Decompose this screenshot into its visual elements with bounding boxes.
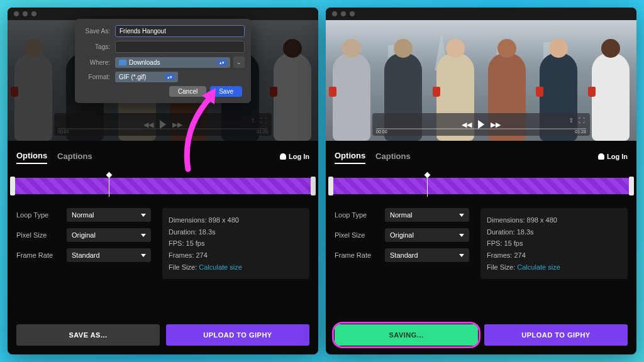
user-icon bbox=[598, 153, 604, 160]
trim-handle-right[interactable] bbox=[629, 177, 634, 195]
save-as-button[interactable]: SAVE AS... bbox=[16, 324, 160, 346]
tabs: Options Captions Log In bbox=[8, 141, 318, 167]
trim-handle-left[interactable] bbox=[328, 177, 333, 195]
tags-label: Tags: bbox=[75, 43, 115, 50]
time-total: 01:28 bbox=[257, 129, 268, 134]
saving-button: SAVING... bbox=[335, 324, 478, 346]
frame-rate-select[interactable]: Standard bbox=[67, 248, 151, 262]
window-minimize-icon[interactable] bbox=[23, 11, 28, 16]
user-icon bbox=[280, 153, 286, 160]
play-icon[interactable] bbox=[478, 120, 484, 129]
window-close-icon[interactable] bbox=[332, 11, 337, 16]
app-window-after: ◀◀ ▶▶ ⇪ ⛶ 00:00 01:28 Options Captions L… bbox=[326, 8, 636, 354]
tab-captions[interactable]: Captions bbox=[375, 149, 411, 163]
playhead[interactable] bbox=[109, 175, 109, 197]
playhead[interactable] bbox=[427, 175, 428, 197]
share-icon[interactable]: ⇪ bbox=[569, 117, 574, 124]
share-icon[interactable]: ⇪ bbox=[250, 117, 255, 124]
trim-handle-right[interactable] bbox=[311, 177, 316, 195]
tags-input[interactable] bbox=[115, 41, 245, 53]
login-button[interactable]: Log In bbox=[598, 153, 628, 160]
expand-dialog-button[interactable]: ⌄ bbox=[233, 57, 245, 68]
expand-icon[interactable]: ⛶ bbox=[260, 117, 267, 124]
format-label: Format: bbox=[75, 74, 115, 80]
tab-captions[interactable]: Captions bbox=[57, 149, 92, 163]
loop-type-label: Loop Type bbox=[16, 211, 67, 219]
save-dialog: Save As: Tags: Where: Downloads ▴▾ ⌄ For… bbox=[75, 19, 251, 103]
time-current: 00:00 bbox=[58, 129, 69, 134]
video-controls: ◀◀ ▶▶ ⇪ ⛶ 00:00 01:28 bbox=[54, 113, 272, 136]
format-select[interactable]: GIF (*.gif) ▴▾ bbox=[115, 72, 178, 82]
where-select[interactable]: Downloads ▴▾ bbox=[115, 57, 230, 68]
trim-handle-left[interactable] bbox=[10, 177, 15, 195]
tab-options[interactable]: Options bbox=[16, 148, 47, 164]
window-zoom-icon[interactable] bbox=[350, 11, 355, 16]
login-button[interactable]: Log In bbox=[280, 153, 309, 160]
upload-to-giphy-button[interactable]: UPLOAD TO GIPHY bbox=[166, 324, 309, 346]
where-label: Where: bbox=[75, 59, 115, 66]
calculate-size-link[interactable]: Calculate size bbox=[199, 263, 242, 271]
tab-options[interactable]: Options bbox=[335, 148, 365, 164]
loop-type-select[interactable]: Normal bbox=[67, 208, 151, 222]
info-panel: Dimensions: 898 x 480 Duration: 18.3s FP… bbox=[162, 208, 309, 279]
time-total: 01:28 bbox=[575, 129, 586, 134]
options-panel: Loop Type Normal Pixel Size Original Fra… bbox=[8, 202, 318, 285]
expand-icon[interactable]: ⛶ bbox=[579, 117, 585, 124]
chevron-down-icon bbox=[459, 254, 464, 257]
rewind-icon[interactable]: ◀◀ bbox=[462, 121, 472, 129]
pixel-size-label: Pixel Size bbox=[335, 231, 385, 239]
frame-rate-select[interactable]: Standard bbox=[385, 248, 469, 262]
action-buttons: SAVE AS... UPLOAD TO GIPHY bbox=[8, 315, 318, 354]
window-close-icon[interactable] bbox=[14, 11, 19, 16]
folder-icon bbox=[119, 60, 126, 65]
info-panel: Dimensions: 898 x 480 Duration: 18.3s FP… bbox=[480, 208, 628, 279]
pixel-size-label: Pixel Size bbox=[16, 231, 67, 239]
timeline-scrubber[interactable] bbox=[13, 178, 313, 194]
frame-rate-label: Frame Rate bbox=[16, 251, 67, 259]
save-as-input[interactable] bbox=[115, 25, 245, 37]
chevron-down-icon bbox=[459, 234, 464, 237]
rewind-icon[interactable]: ◀◀ bbox=[143, 121, 153, 129]
time-current: 00:00 bbox=[376, 129, 387, 134]
cancel-button[interactable]: Cancel bbox=[169, 86, 206, 97]
loop-type-select[interactable]: Normal bbox=[385, 208, 469, 222]
chevron-down-icon bbox=[141, 234, 146, 237]
frame-rate-label: Frame Rate bbox=[335, 251, 385, 259]
play-icon[interactable] bbox=[160, 120, 166, 129]
chevron-down-icon bbox=[141, 214, 146, 217]
window-titlebar bbox=[8, 8, 318, 20]
window-zoom-icon[interactable] bbox=[31, 11, 36, 16]
save-as-label: Save As: bbox=[75, 28, 115, 35]
action-buttons: SAVING... UPLOAD TO GIPHY bbox=[326, 315, 636, 354]
upload-to-giphy-button[interactable]: UPLOAD TO GIPHY bbox=[484, 324, 628, 346]
calculate-size-link[interactable]: Calculate size bbox=[517, 263, 560, 271]
forward-icon[interactable]: ▶▶ bbox=[491, 121, 501, 129]
save-button[interactable]: Save bbox=[210, 86, 242, 97]
pixel-size-select[interactable]: Original bbox=[67, 228, 151, 242]
options-panel: Loop Type Normal Pixel Size Original Fra… bbox=[326, 202, 636, 285]
chevron-down-icon bbox=[459, 214, 464, 217]
chevron-down-icon bbox=[141, 254, 146, 257]
video-preview: ◀◀ ▶▶ ⇪ ⛶ 00:00 01:28 bbox=[326, 20, 636, 141]
window-minimize-icon[interactable] bbox=[341, 11, 346, 16]
forward-icon[interactable]: ▶▶ bbox=[172, 121, 182, 129]
timeline-scrubber[interactable] bbox=[331, 178, 631, 194]
tabs: Options Captions Log In bbox=[326, 141, 636, 167]
pixel-size-select[interactable]: Original bbox=[385, 228, 469, 242]
loop-type-label: Loop Type bbox=[335, 211, 385, 219]
video-controls: ◀◀ ▶▶ ⇪ ⛶ 00:00 01:28 bbox=[372, 113, 590, 136]
app-window-before: ◀◀ ▶▶ ⇪ ⛶ 00:00 01:28 Save As: Tags: Whe… bbox=[8, 8, 318, 354]
window-titlebar bbox=[326, 8, 636, 20]
